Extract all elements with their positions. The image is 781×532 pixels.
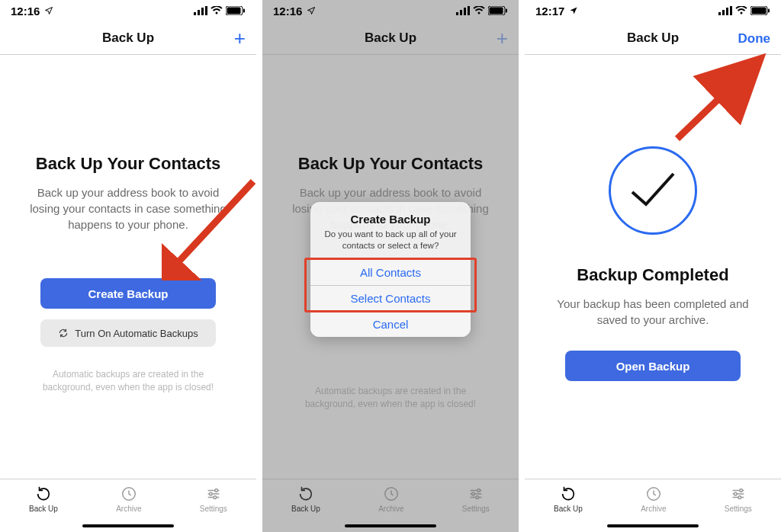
battery-icon xyxy=(488,6,508,15)
tab-backup[interactable]: Back Up xyxy=(29,486,58,513)
status-time: 12:16 xyxy=(273,5,302,18)
svg-point-11 xyxy=(214,496,217,499)
add-button[interactable]: + xyxy=(234,28,246,48)
screen-2: 12:16 Back Up + Back Up Your Contacts Ba… xyxy=(262,0,519,532)
alert-message: Do you want to back up all of your conta… xyxy=(320,229,461,252)
svg-point-30 xyxy=(741,12,743,14)
svg-rect-7 xyxy=(243,9,245,13)
tab-archive-label: Archive xyxy=(378,505,403,513)
tab-settings[interactable]: Settings xyxy=(725,486,752,513)
tab-archive[interactable]: Archive xyxy=(641,486,666,513)
select-contacts-button[interactable]: Select Contacts xyxy=(310,285,471,311)
settings-icon xyxy=(468,486,484,502)
wifi-icon xyxy=(735,6,747,15)
tab-bar: Back Up Archive Settings xyxy=(262,479,519,532)
success-checkmark-icon xyxy=(609,146,697,235)
tab-settings-label: Settings xyxy=(725,505,752,513)
auto-backup-button[interactable]: Turn On Automatic Backups xyxy=(40,319,216,347)
tab-bar: Back Up Archive Settings xyxy=(525,479,781,532)
screen-3: 12:17 Back Up Done Backup Completed Your… xyxy=(525,0,781,532)
tab-bar: Back Up Archive Settings xyxy=(0,479,256,532)
nav-bar: Back Up + xyxy=(0,21,256,55)
svg-point-36 xyxy=(734,492,737,495)
status-bar: 12:17 xyxy=(525,0,781,21)
page-subtitle: Back up your address book to avoid losin… xyxy=(25,184,231,232)
screen-1: 12:16 Back Up + Back Up Your Contacts Ba… xyxy=(0,0,256,532)
svg-rect-1 xyxy=(198,10,200,15)
alert-title: Create Backup xyxy=(320,213,461,226)
tab-settings[interactable]: Settings xyxy=(462,486,490,513)
svg-rect-3 xyxy=(205,6,207,15)
page-subtitle: Your backup has been completed and saved… xyxy=(550,296,756,328)
all-contacts-button[interactable]: All Contacts xyxy=(310,259,471,285)
home-indicator[interactable] xyxy=(82,524,174,527)
settings-icon xyxy=(205,486,222,502)
tab-archive-label: Archive xyxy=(116,505,141,513)
svg-point-9 xyxy=(215,489,218,492)
tab-backup[interactable]: Back Up xyxy=(291,486,320,513)
page-title: Back Up Your Contacts xyxy=(36,154,220,174)
battery-icon xyxy=(226,6,246,15)
cancel-button[interactable]: Cancel xyxy=(310,311,471,337)
tab-archive[interactable]: Archive xyxy=(378,486,403,513)
nav-bar: Back Up + xyxy=(262,21,519,55)
done-button[interactable]: Done xyxy=(738,31,771,44)
location-icon xyxy=(307,6,316,15)
location-icon xyxy=(44,6,53,15)
backup-icon xyxy=(297,486,314,502)
signal-icon xyxy=(456,6,470,15)
nav-title: Back Up xyxy=(102,30,154,46)
hint-text: Automatic backups are created in the bac… xyxy=(291,385,490,411)
svg-rect-21 xyxy=(506,9,507,13)
svg-point-4 xyxy=(216,12,218,14)
nav-bar: Back Up Done xyxy=(525,21,781,55)
content-area: Backup Completed Your backup has been co… xyxy=(525,55,781,479)
auto-backup-label: Turn On Automatic Backups xyxy=(75,328,198,339)
svg-rect-15 xyxy=(460,10,462,15)
create-backup-button[interactable]: Create Backup xyxy=(40,278,216,309)
backup-icon xyxy=(35,486,52,502)
svg-rect-2 xyxy=(201,8,204,15)
svg-rect-16 xyxy=(464,8,466,15)
page-title: Back Up Your Contacts xyxy=(298,154,483,174)
svg-rect-6 xyxy=(227,8,241,14)
svg-rect-17 xyxy=(468,6,470,15)
signal-icon xyxy=(194,6,207,15)
alert-header: Create Backup Do you want to back up all… xyxy=(310,202,471,259)
svg-rect-29 xyxy=(730,6,732,15)
svg-point-18 xyxy=(478,12,480,14)
location-icon xyxy=(569,6,578,15)
battery-icon xyxy=(750,6,770,15)
svg-rect-20 xyxy=(490,8,503,14)
svg-rect-14 xyxy=(456,12,458,15)
tab-settings-label: Settings xyxy=(200,505,227,513)
svg-point-25 xyxy=(476,496,479,499)
svg-point-10 xyxy=(209,492,212,495)
svg-rect-0 xyxy=(194,12,196,15)
tab-backup-label: Back Up xyxy=(554,505,583,513)
home-indicator[interactable] xyxy=(607,524,699,527)
tab-settings-label: Settings xyxy=(462,505,490,513)
open-backup-button[interactable]: Open Backup xyxy=(565,351,741,381)
tab-backup-label: Back Up xyxy=(29,505,58,513)
svg-rect-26 xyxy=(718,12,721,15)
signal-icon xyxy=(718,6,732,15)
content-area: Back Up Your Contacts Back up your addre… xyxy=(0,55,256,479)
refresh-icon xyxy=(58,328,69,338)
svg-point-35 xyxy=(740,489,743,492)
tab-archive[interactable]: Archive xyxy=(116,486,141,513)
status-time: 12:16 xyxy=(11,5,40,18)
home-indicator[interactable] xyxy=(345,524,436,527)
tab-settings[interactable]: Settings xyxy=(200,486,227,513)
clock-icon xyxy=(121,486,137,502)
hint-text: Automatic backups are created in the bac… xyxy=(29,368,227,394)
nav-title: Back Up xyxy=(365,30,416,46)
clock-icon xyxy=(645,486,662,502)
add-button[interactable]: + xyxy=(497,28,508,48)
page-title: Backup Completed xyxy=(577,265,728,285)
clock-icon xyxy=(383,486,400,502)
nav-title: Back Up xyxy=(627,30,679,46)
svg-point-37 xyxy=(738,496,741,499)
create-backup-alert: Create Backup Do you want to back up all… xyxy=(310,202,471,337)
tab-backup[interactable]: Back Up xyxy=(554,486,583,513)
